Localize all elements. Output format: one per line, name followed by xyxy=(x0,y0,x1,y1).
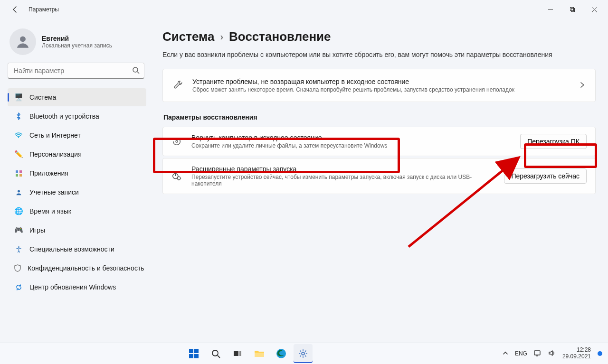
monitor-icon: 🖥️ xyxy=(14,93,23,102)
nav-item-privacy[interactable]: Конфиденциальность и безопасность xyxy=(8,259,146,277)
svg-rect-11 xyxy=(16,174,18,177)
windows-icon xyxy=(189,348,199,359)
person-icon xyxy=(14,188,23,196)
user-subtitle: Локальная учетная запись xyxy=(42,42,112,49)
notification-badge[interactable] xyxy=(598,351,602,356)
edge-icon xyxy=(276,348,286,359)
minimize-button[interactable] xyxy=(540,2,561,17)
tray-date: 29.09.2021 xyxy=(562,354,591,360)
person-icon xyxy=(15,34,31,50)
file-explorer-button[interactable] xyxy=(250,344,269,363)
restart-now-button[interactable]: Перезагрузить сейчас xyxy=(504,168,587,184)
back-button[interactable] xyxy=(8,2,23,17)
brush-icon: ✏️ xyxy=(14,150,23,159)
svg-point-24 xyxy=(212,350,218,356)
nav-label: Система xyxy=(29,93,56,101)
wrench-icon xyxy=(172,80,183,91)
language-indicator[interactable]: ENG xyxy=(515,350,527,357)
gamepad-icon: 🎮 xyxy=(14,226,23,234)
folder-icon xyxy=(254,349,265,358)
nav-label: Приложения xyxy=(29,169,68,177)
apps-icon xyxy=(14,169,23,177)
settings-window: Параметры Евгений Локальная учетная запи… xyxy=(0,0,608,364)
nav-list: 🖥️Система Bluetooth и устройства Сеть и … xyxy=(6,87,148,297)
settings-taskbar-button[interactable] xyxy=(294,344,313,363)
globe-icon: 🌐 xyxy=(14,207,23,215)
update-icon xyxy=(14,283,23,291)
nav-item-bluetooth[interactable]: Bluetooth и устройства xyxy=(8,107,146,125)
avatar xyxy=(10,28,36,55)
svg-rect-20 xyxy=(189,349,193,353)
svg-point-30 xyxy=(302,352,304,355)
tray-overflow-button[interactable] xyxy=(503,350,508,357)
system-tray: ENG 12:28 29.09.2021 xyxy=(497,347,608,360)
svg-rect-27 xyxy=(239,351,241,356)
wifi-icon xyxy=(14,131,23,140)
nav-label: Специальные возможности xyxy=(29,245,114,253)
network-tray-icon[interactable] xyxy=(534,350,542,358)
task-view-button[interactable] xyxy=(228,344,247,363)
svg-rect-26 xyxy=(234,351,238,356)
svg-rect-23 xyxy=(194,354,199,358)
gear-icon xyxy=(298,348,308,359)
svg-rect-22 xyxy=(189,354,193,358)
nav-item-system[interactable]: 🖥️Система xyxy=(8,88,146,106)
clock[interactable]: 12:28 29.09.2021 xyxy=(562,347,591,360)
back-arrow-icon xyxy=(11,6,19,13)
svg-point-14 xyxy=(18,246,19,248)
accessibility-icon xyxy=(14,245,23,253)
reset-pc-row: Вернуть компьютер в исходное состояние С… xyxy=(162,127,596,156)
svg-point-8 xyxy=(18,137,19,138)
start-button[interactable] xyxy=(184,344,203,363)
close-button[interactable] xyxy=(583,2,605,17)
user-account-row[interactable]: Евгений Локальная учетная запись xyxy=(6,25,148,63)
svg-point-13 xyxy=(18,190,20,192)
reset-desc: Сохраните или удалите личные файлы, а за… xyxy=(191,142,512,149)
advanced-title: Расширенные параметры запуска xyxy=(191,165,495,173)
power-gear-icon xyxy=(171,171,183,181)
edge-button[interactable] xyxy=(272,344,291,363)
volume-tray-icon[interactable] xyxy=(548,350,556,358)
svg-rect-2 xyxy=(571,9,575,12)
search-input[interactable] xyxy=(8,63,144,79)
nav-label: Учетные записи xyxy=(29,188,79,196)
chevron-right-icon xyxy=(579,82,586,90)
reset-pc-button[interactable]: Перезагрузка ПК xyxy=(520,134,587,149)
breadcrumb: Система › Восстановление xyxy=(162,29,596,44)
nav-label: Bluetooth и устройства xyxy=(29,112,99,120)
nav-item-gaming[interactable]: 🎮Игры xyxy=(8,221,146,239)
taskbar: ENG 12:28 29.09.2021 xyxy=(0,343,608,364)
advanced-desc: Перезапустите устройство сейчас, чтобы и… xyxy=(191,174,495,187)
minimize-icon xyxy=(548,7,553,12)
maximize-icon xyxy=(570,7,575,12)
nav-item-apps[interactable]: Приложения xyxy=(8,164,146,182)
bluetooth-icon xyxy=(14,112,23,121)
svg-rect-31 xyxy=(534,351,540,355)
search-icon xyxy=(211,349,220,358)
nav-item-network[interactable]: Сеть и Интернет xyxy=(8,126,146,144)
breadcrumb-parent[interactable]: Система xyxy=(162,29,214,44)
main-content: Система › Восстановление Если у вас возн… xyxy=(150,19,608,343)
nav-label: Игры xyxy=(29,226,45,234)
recovery-section-head: Параметры восстановления xyxy=(163,113,596,121)
svg-rect-21 xyxy=(194,349,199,353)
troubleshoot-card[interactable]: Устраните проблемы, не возвращая компьют… xyxy=(162,69,596,102)
nav-item-personalization[interactable]: ✏️Персонализация xyxy=(8,145,146,163)
close-icon xyxy=(592,7,597,12)
svg-line-25 xyxy=(218,355,220,358)
nav-item-time-language[interactable]: 🌐Время и язык xyxy=(8,202,146,220)
shield-icon xyxy=(14,264,21,272)
nav-item-accessibility[interactable]: Специальные возможности xyxy=(8,240,146,258)
titlebar: Параметры xyxy=(0,0,608,19)
reset-icon xyxy=(171,136,183,147)
advanced-startup-row: Расширенные параметры запуска Перезапуст… xyxy=(162,158,596,194)
taskbar-search-button[interactable] xyxy=(206,344,225,363)
search-wrap xyxy=(8,63,144,79)
maximize-button[interactable] xyxy=(561,2,583,17)
task-view-icon xyxy=(233,349,242,358)
nav-item-windows-update[interactable]: Центр обновления Windows xyxy=(8,278,146,296)
nav-label: Центр обновления Windows xyxy=(29,283,116,291)
nav-item-accounts[interactable]: Учетные записи xyxy=(8,183,146,201)
chevron-right-icon: › xyxy=(220,31,223,42)
troubleshoot-desc: Сброс может занять некоторое время. Снач… xyxy=(192,86,570,93)
